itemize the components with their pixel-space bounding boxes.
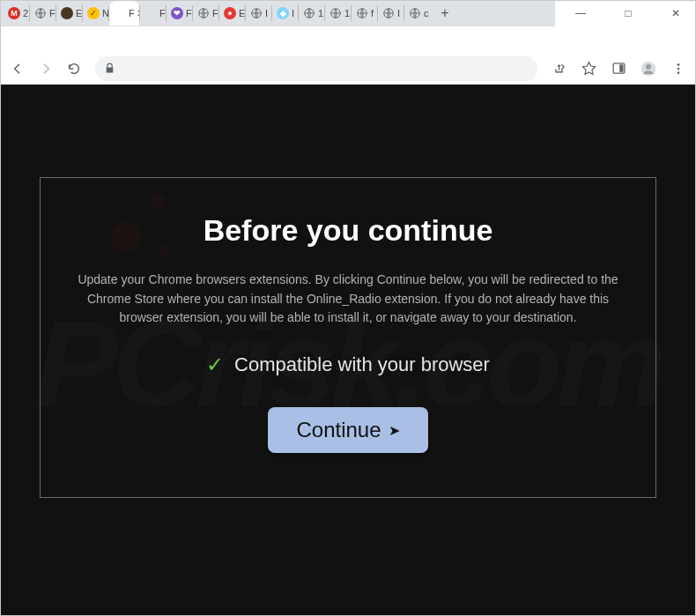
svg-point-12 — [677, 63, 680, 66]
tab-label: E — [76, 8, 82, 19]
tab-label: F — [129, 8, 135, 19]
tab-label: E — [239, 8, 245, 19]
browser-tab[interactable]: F✕ — [109, 1, 139, 26]
tab-favicon-icon — [61, 7, 73, 19]
browser-tab[interactable]: 1 — [299, 1, 324, 26]
browser-tab[interactable]: M2 — [4, 1, 29, 26]
browser-tab[interactable]: ✓N — [83, 1, 108, 26]
reload-button[interactable] — [63, 58, 85, 79]
tab-strip: M2FE✓NF✕F❤FF●EI◆I11fIc+ — [0, 0, 555, 26]
profile-avatar-icon[interactable] — [638, 58, 659, 79]
tab-label: 1 — [318, 8, 323, 19]
tab-favicon-icon — [356, 7, 368, 19]
address-bar[interactable] — [95, 56, 537, 81]
modal-body-text: Update your Chrome browsers extensions. … — [67, 271, 629, 328]
tab-favicon-icon: ✓ — [87, 7, 100, 19]
tab-favicon-icon — [34, 7, 47, 19]
compatibility-text: Compatible with your browser — [234, 353, 490, 376]
browser-tab[interactable]: I — [246, 1, 271, 26]
minimize-button[interactable]: — — [567, 3, 594, 24]
browser-tab[interactable]: ◆I — [272, 1, 298, 26]
modal-title: Before you continue — [67, 213, 629, 248]
browser-tab[interactable]: F — [140, 1, 166, 26]
browser-tab[interactable]: c — [404, 1, 430, 26]
forward-button[interactable] — [35, 58, 56, 79]
maximize-button[interactable]: □ — [615, 3, 641, 24]
tab-label: F — [212, 8, 218, 19]
tab-favicon-icon: ● — [224, 7, 236, 19]
tab-favicon-icon: ◆ — [277, 7, 289, 19]
side-panel-icon[interactable] — [608, 58, 629, 79]
tab-favicon-icon — [303, 7, 315, 19]
tab-favicon-icon — [197, 7, 210, 19]
tab-label: N — [102, 8, 108, 19]
menu-dots-icon[interactable] — [668, 58, 689, 79]
new-tab-button[interactable]: + — [433, 2, 456, 25]
continue-button-label: Continue — [296, 418, 381, 442]
browser-tab[interactable]: E — [56, 1, 82, 26]
arrow-right-icon: ➤ — [389, 422, 400, 439]
svg-rect-9 — [619, 64, 623, 72]
browser-tab[interactable]: F — [30, 1, 56, 26]
browser-tab[interactable]: 1 — [325, 1, 351, 26]
svg-point-13 — [677, 67, 680, 70]
svg-point-11 — [646, 63, 651, 69]
tab-label: I — [397, 8, 400, 19]
continue-button[interactable]: Continue ➤ — [268, 407, 427, 453]
tab-label: I — [265, 8, 268, 19]
tab-favicon-icon — [329, 7, 342, 19]
browser-tab[interactable]: F — [193, 1, 218, 26]
compatibility-row: ✓ Compatible with your browser — [67, 353, 629, 377]
tab-label: F — [159, 8, 166, 19]
tab-label: c — [424, 8, 429, 19]
share-icon[interactable] — [548, 58, 569, 79]
svg-point-14 — [677, 71, 680, 74]
tab-favicon-icon — [409, 7, 421, 19]
close-window-button[interactable]: ✕ — [663, 3, 689, 24]
tab-label: f — [371, 8, 374, 19]
tab-favicon-icon — [382, 7, 395, 19]
browser-tab[interactable]: ●E — [219, 1, 245, 26]
tab-favicon-icon — [114, 7, 126, 19]
toolbar — [0, 53, 696, 85]
tab-favicon-icon: M — [8, 7, 20, 19]
tab-favicon-icon — [250, 7, 263, 19]
lock-icon — [104, 63, 116, 75]
modal-dialog: Before you continue Update your Chrome b… — [40, 177, 656, 498]
tab-label: F — [49, 8, 56, 19]
browser-tab[interactable]: f — [352, 1, 377, 26]
back-button[interactable] — [7, 58, 28, 79]
bookmark-star-icon[interactable] — [578, 58, 599, 79]
tab-label: 1 — [344, 8, 350, 19]
browser-tab[interactable]: I — [378, 1, 404, 26]
checkmark-icon: ✓ — [206, 353, 224, 377]
browser-tab[interactable]: ❤F — [167, 1, 192, 26]
tab-label: 2 — [23, 8, 28, 19]
tab-label: I — [292, 8, 294, 19]
page-content: PCrisk.com Before you continue Update yo… — [0, 85, 696, 616]
tab-favicon-icon — [144, 7, 157, 19]
close-tab-icon[interactable]: ✕ — [137, 8, 139, 19]
tab-favicon-icon: ❤ — [171, 7, 183, 19]
tab-label: F — [186, 8, 192, 19]
